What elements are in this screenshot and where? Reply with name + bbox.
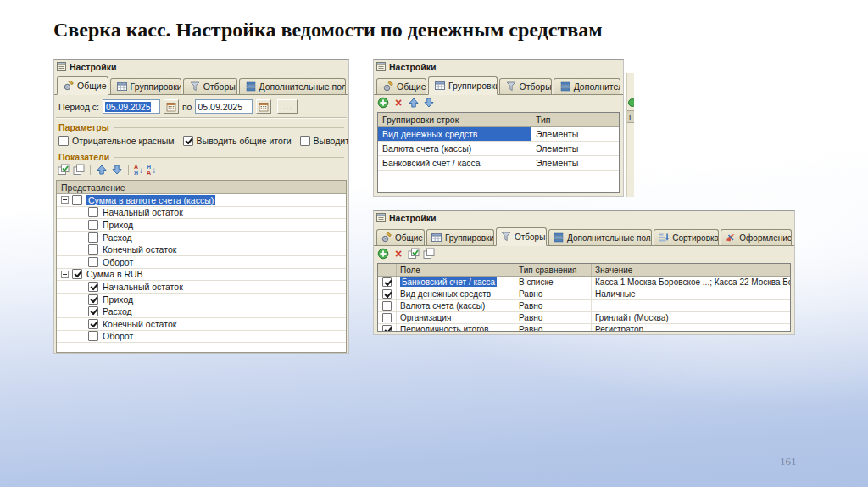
tab-label: Группировки	[448, 81, 498, 91]
tab-label: Отборы	[203, 81, 236, 92]
groupings-tab-icon	[435, 81, 445, 91]
move-down-icon[interactable]	[111, 164, 123, 176]
period-from-input[interactable]: 05.09.2025	[103, 99, 160, 114]
window-titlebar: Настройки	[374, 211, 794, 223]
tab-groupings[interactable]: Группировки	[110, 78, 181, 94]
tree-row[interactable]: Оборот	[57, 331, 346, 344]
tab-general[interactable]: Общие	[376, 229, 425, 245]
tab-label: Группировки	[445, 233, 494, 243]
tree-row[interactable]: Конечный остаток	[57, 318, 346, 331]
tree-column-header: Представление	[57, 181, 346, 194]
tree-row-label: Расход	[103, 232, 132, 243]
period-to-input[interactable]: 05.09.2025	[195, 99, 253, 114]
tree-row[interactable]: Оборот	[57, 256, 346, 269]
collapse-icon[interactable]	[61, 271, 69, 278]
checkbox-box[interactable]	[300, 136, 310, 146]
sort-ascending-icon[interactable]: АЯ↓	[134, 164, 143, 176]
uncheck-all-icon[interactable]	[73, 164, 85, 176]
indicators-section-label: Показатели	[58, 152, 109, 162]
checkbox-box[interactable]	[88, 319, 98, 329]
tab-additional-fields[interactable]: Дополнительные поля	[239, 78, 347, 94]
checkbox-box[interactable]	[382, 277, 392, 287]
tree-row[interactable]: Приход	[57, 219, 346, 232]
checkbox-box[interactable]	[88, 207, 98, 217]
tab-additional-fields[interactable]: Дополнительные поля	[548, 229, 652, 245]
window-titlebar: Настройки	[374, 60, 623, 72]
grouping-name: Банковский счет / касса	[382, 158, 481, 168]
tree-row-label: Расход	[103, 306, 132, 316]
checkbox-box[interactable]	[88, 282, 98, 292]
table-row[interactable]: Валюта счета (кассы) Равно	[378, 300, 790, 312]
tree-row[interactable]: Расход	[57, 232, 346, 244]
tree-row[interactable]: Сумма в валюте счета (кассы)	[57, 194, 346, 207]
table-row[interactable]: Организация Равно Гринлайт (Москва)	[378, 312, 790, 324]
tab-filters[interactable]: Отборы	[183, 78, 237, 94]
tab-groupings[interactable]: Группировки	[426, 229, 494, 245]
checkbox-box[interactable]	[88, 294, 98, 305]
filter-comparison: Равно	[515, 288, 592, 299]
checkbox-box[interactable]	[88, 306, 98, 316]
tab-filters[interactable]: Отборы	[496, 227, 547, 246]
checkbox-show-grand-totals[interactable]: Выводить общие итоги	[183, 136, 292, 146]
table-row[interactable]: Вид денежных средств Элементы	[378, 127, 619, 142]
move-up-icon[interactable]	[408, 97, 420, 109]
table-row[interactable]: Вид денежных средств Равно Наличные	[378, 288, 790, 300]
checkbox-show-detailed[interactable]: Выводить детальные за	[300, 136, 348, 146]
grouping-name: Валюта счета (кассы)	[382, 143, 471, 154]
checkbox-box[interactable]	[88, 232, 98, 243]
checkbox-box[interactable]	[183, 136, 193, 146]
tab-general[interactable]: Общие	[57, 76, 108, 95]
checkbox-box[interactable]	[88, 257, 98, 267]
tab-label: Дополнительные поля	[567, 233, 652, 243]
table-row[interactable]: Банковский счет / касса В списке Касса 1…	[378, 277, 790, 288]
tab-filters[interactable]: Отборы	[499, 78, 552, 94]
sort-descending-icon[interactable]: ЯА↓	[147, 164, 156, 176]
tree-row[interactable]: Конечный остаток	[57, 244, 346, 256]
tab-groupings[interactable]: Группировки	[428, 76, 498, 95]
checkbox-box[interactable]	[382, 313, 392, 322]
tree-row[interactable]: Начальный остаток	[57, 281, 346, 294]
checkbox-box[interactable]	[88, 331, 98, 341]
page-number: 161	[780, 455, 797, 468]
table-row[interactable]: Периодичность итогов Равно Регистратор	[378, 324, 790, 332]
tab-general[interactable]: Общие	[376, 78, 426, 94]
filters-toolbar: ×	[374, 246, 794, 261]
tree-row[interactable]: Приход	[57, 294, 346, 306]
collapse-icon[interactable]	[61, 196, 69, 204]
checkbox-box[interactable]	[72, 195, 82, 205]
toolbar-separator	[90, 165, 91, 175]
checkbox-box[interactable]	[88, 220, 98, 230]
tab-label: Общие	[77, 81, 107, 91]
tree-row-label: Приход	[103, 294, 133, 305]
delete-row-icon[interactable]: ×	[392, 249, 404, 259]
tab-additional-fields[interactable]: Дополнител	[554, 78, 620, 94]
calendar-button-from[interactable]	[164, 99, 179, 114]
calendar-button-to[interactable]	[256, 99, 271, 114]
move-down-icon[interactable]	[423, 97, 435, 109]
checkbox-box[interactable]	[58, 136, 69, 146]
filter-tab-icon	[501, 232, 511, 242]
add-row-icon[interactable]	[377, 248, 389, 260]
checkbox-negative-in-red[interactable]: Отрицательное красным	[58, 136, 175, 146]
tree-row[interactable]: Начальный остаток	[57, 207, 346, 220]
checkbox-box[interactable]	[382, 325, 392, 332]
tab-sorting[interactable]: Сортировка	[654, 229, 719, 245]
checkbox-label: Выводить общие итоги	[197, 136, 292, 146]
tab-design[interactable]: Оформление	[721, 229, 792, 245]
table-row[interactable]: Валюта счета (кассы) Элементы	[378, 142, 619, 156]
checkbox-box[interactable]	[72, 269, 82, 279]
table-row[interactable]: Банковский счет / касса Элементы	[378, 156, 619, 171]
check-all-icon[interactable]	[58, 164, 70, 176]
add-row-icon[interactable]	[377, 97, 389, 109]
column-header-type: Тип	[531, 113, 619, 126]
delete-row-icon[interactable]: ×	[392, 98, 404, 108]
move-up-icon[interactable]	[96, 164, 108, 176]
tree-row[interactable]: Сумма в RUB	[57, 269, 346, 282]
uncheck-all-icon[interactable]	[423, 248, 435, 260]
period-more-button[interactable]: ...	[277, 99, 298, 114]
checkbox-box[interactable]	[88, 244, 98, 255]
checkbox-box[interactable]	[382, 289, 392, 299]
checkbox-box[interactable]	[382, 301, 392, 311]
tree-row[interactable]: Расход	[57, 305, 346, 318]
check-all-icon[interactable]	[408, 248, 420, 260]
